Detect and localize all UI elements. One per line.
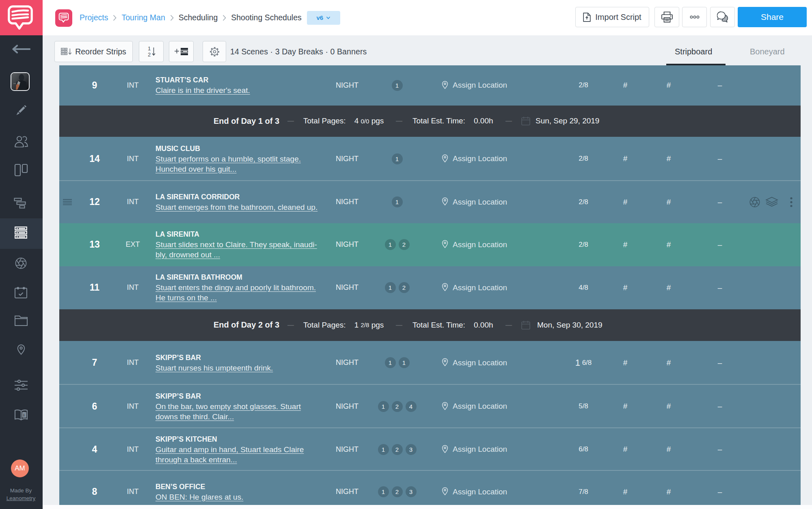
svg-text:2: 2 [148,52,151,58]
svg-text:i: i [23,413,24,417]
svg-text:1: 1 [148,45,151,52]
